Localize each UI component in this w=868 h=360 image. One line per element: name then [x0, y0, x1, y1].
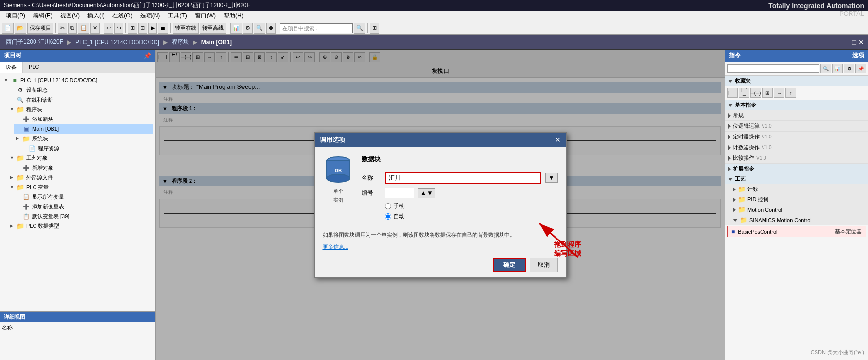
tree-arrow-plc1: ▼	[4, 78, 9, 83]
instructions-settings-btn[interactable]: ⚙	[844, 64, 854, 73]
fav-btn-ncontact[interactable]: ⊢/⊣	[739, 88, 749, 98]
instructions-header: 指令 选项	[725, 50, 868, 62]
open-button[interactable]: 📂	[15, 23, 26, 34]
dialog-number-input[interactable]	[385, 188, 414, 198]
instructions-chart-btn[interactable]: 📊	[832, 64, 843, 73]
radio-auto-label[interactable]: 自动	[385, 212, 558, 221]
fav-btn-box[interactable]: ⊞	[762, 88, 773, 98]
project-search-input[interactable]	[280, 23, 353, 33]
goto-offline-button[interactable]: 转至离线	[200, 23, 226, 34]
dialog-name-dropdown[interactable]: ▼	[545, 173, 558, 183]
delete-button[interactable]: ✕	[90, 23, 100, 34]
breadcrumb-item-0[interactable]: 西门子1200-汇川620F	[6, 38, 63, 46]
save-button[interactable]: 保存项目	[27, 23, 53, 34]
basic-instructions-header[interactable]: 基本指令	[725, 100, 868, 110]
tech-item-count[interactable]: 📁 计数	[725, 184, 868, 194]
toolbar-btn-5[interactable]: ⊞	[128, 23, 137, 34]
toolbar-btn-10[interactable]: ⚙	[243, 23, 253, 34]
tree-item-prog-resource[interactable]: 📄 程序资源	[19, 143, 153, 153]
menu-online[interactable]: 在线(O)	[108, 11, 136, 21]
dialog-ok-button[interactable]: 确定	[493, 258, 526, 272]
menu-options[interactable]: 选项(N)	[137, 11, 164, 21]
dialog-close-button[interactable]: ✕	[555, 136, 561, 144]
tree-item-add-block[interactable]: ➕ 添加新块	[14, 114, 153, 124]
cat-bit-version: V1.0	[762, 123, 772, 129]
inst-cat-compare-header[interactable]: 比较操作 V1.0	[725, 153, 868, 163]
menu-help[interactable]: 帮助(H)	[220, 11, 247, 21]
new-button[interactable]: 📄	[2, 23, 14, 34]
tech-item-sinamics[interactable]: 📁 SINAMICS Motion Control	[725, 215, 868, 225]
menu-edit[interactable]: 编辑(E)	[29, 11, 56, 21]
tree-item-add-var-table[interactable]: ➕ 添加新变量表	[14, 202, 153, 211]
toolbar-btn-9[interactable]: 📊	[230, 23, 242, 34]
fav-btn-coil[interactable]: ─(─)	[750, 88, 761, 98]
project-tree-pin-icon[interactable]: 📌	[144, 52, 151, 59]
instructions-options[interactable]: 选项	[851, 51, 864, 60]
menu-view[interactable]: 视图(V)	[56, 11, 84, 21]
inst-cat-general-header[interactable]: 常规	[725, 110, 868, 120]
tree-item-prog-blocks[interactable]: ▼ 📁 程序块	[8, 104, 153, 114]
tree-item-external-files[interactable]: ▶ 📁 外部源文件	[8, 172, 153, 182]
bc-minimize-btn[interactable]: —	[844, 38, 851, 46]
tree-item-show-all-vars[interactable]: 📋 显示所有变量	[14, 192, 153, 202]
breadcrumb-item-1[interactable]: PLC_1 [CPU 1214C DC/DC/DC]	[75, 39, 159, 46]
paste-button[interactable]: 📋	[78, 23, 89, 34]
radio-manual[interactable]	[385, 203, 391, 209]
dialog-name-input[interactable]	[385, 172, 541, 184]
bc-close-btn[interactable]: ✕	[858, 38, 864, 46]
pid-folder-icon: 📁	[738, 196, 746, 203]
tree-item-add-object[interactable]: ➕ 新增对象	[14, 163, 153, 172]
undo-button[interactable]: ↩	[104, 23, 113, 34]
dialog-more-link[interactable]: 更多信息...	[315, 241, 566, 253]
extended-instructions-header[interactable]: 扩展指令	[725, 164, 868, 174]
menu-tools[interactable]: 工具(T)	[164, 11, 191, 21]
fav-btn-right[interactable]: →	[774, 88, 784, 98]
cut-button[interactable]: ✂	[58, 23, 67, 34]
breadcrumb-item-3[interactable]: Main [OB1]	[201, 39, 232, 46]
tab-devices[interactable]: 设备	[0, 62, 23, 73]
inst-cat-timer-header[interactable]: 定时器操作 V1.0	[725, 132, 868, 142]
search-go-button[interactable]: 🔍	[354, 23, 365, 34]
toolbar-btn-8[interactable]: ⏹	[158, 23, 168, 34]
toolbar-btn-11[interactable]: 🔍	[254, 23, 265, 34]
tech-item-motion[interactable]: 📁 Motion Control	[725, 205, 868, 215]
copy-button[interactable]: ⧉	[68, 23, 77, 34]
radio-auto[interactable]	[385, 213, 391, 220]
tree-item-default-var-table[interactable]: 📋 默认变量表 [39]	[14, 211, 153, 221]
toolbar-btn-12[interactable]: ⊗	[266, 23, 276, 34]
tree-item-plc1[interactable]: ▼ ■ PLC_1 [CPU 1214C DC/DC/DC]	[2, 75, 153, 85]
menu-project[interactable]: 项目(P)	[2, 11, 29, 21]
tree-item-sys-blocks[interactable]: ▶ 📁 系统块	[14, 134, 153, 143]
breadcrumb-item-2[interactable]: 程序块	[172, 38, 189, 46]
technology-header[interactable]: 工艺	[725, 174, 868, 184]
tree-item-device-config[interactable]: ⚙ 设备组态	[8, 85, 153, 95]
bc-maximize-btn[interactable]: □	[852, 38, 856, 46]
toolbar-btn-6[interactable]: ⊡	[138, 23, 147, 34]
instructions-pin-btn[interactable]: 📌	[855, 64, 866, 73]
favorites-header[interactable]: 收藏夹	[725, 76, 868, 86]
instructions-search-input[interactable]	[727, 64, 819, 73]
goto-online-button[interactable]: 转至在线	[173, 23, 199, 34]
basic-pos-control-item[interactable]: ■ BasicPosControl 基本定位器	[727, 226, 866, 237]
dialog-number-spin[interactable]: ▲▼	[418, 188, 435, 198]
instructions-search-btn[interactable]: 🔍	[820, 64, 831, 73]
radio-manual-label[interactable]: 手动	[385, 202, 558, 210]
inst-cat-counter-header[interactable]: 计数器操作 V1.0	[725, 142, 868, 153]
tree-item-main-ob1[interactable]: ▣ Main [OB1]	[14, 124, 153, 134]
fav-btn-contact[interactable]: ⊢⊣	[727, 88, 738, 98]
toolbar-btn-7[interactable]: ▶	[148, 23, 157, 34]
dialog-cancel-button[interactable]: 取消	[530, 258, 558, 272]
menu-window[interactable]: 窗口(W)	[191, 11, 220, 21]
tab-plc[interactable]: PLC	[23, 62, 45, 73]
fav-btn-up[interactable]: ↑	[785, 88, 796, 98]
tree-item-plc-vars[interactable]: ▼ 📁 PLC 变量	[8, 182, 153, 192]
tech-item-pid[interactable]: 📁 PID 控制	[725, 194, 868, 205]
tree-item-plc-data-types[interactable]: ▶ 📁 PLC 数据类型	[8, 221, 153, 231]
redo-button[interactable]: ↪	[114, 23, 123, 34]
inst-cat-bit-logic-header[interactable]: 位逻辑运算 V1.0	[725, 121, 868, 131]
tree-item-tech-objects[interactable]: ▼ 📁 工艺对象	[8, 153, 153, 163]
detail-panel-header: 详细视图	[0, 312, 155, 322]
toolbar-end-btn[interactable]: ⊞	[370, 23, 379, 34]
tree-item-online-diag[interactable]: 🔍 在线和诊断	[8, 95, 153, 104]
menu-insert[interactable]: 插入(I)	[84, 11, 108, 21]
